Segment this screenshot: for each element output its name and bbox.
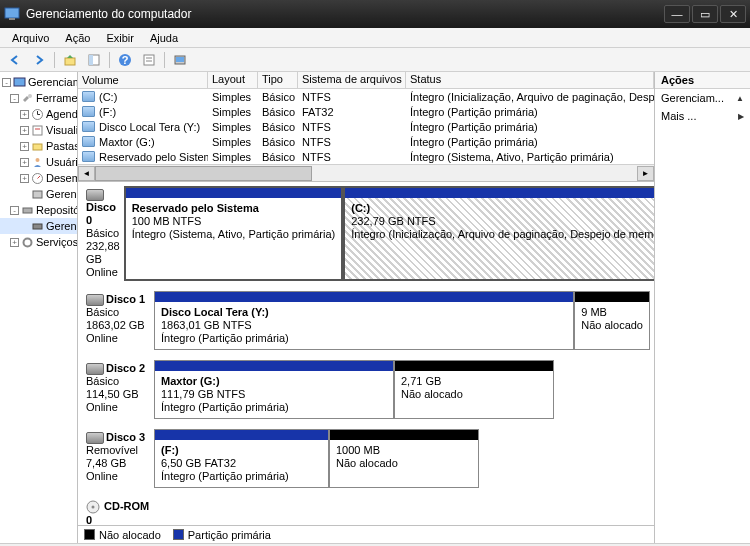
partition-system-reserved[interactable]: Reservado pelo Sistema100 MB NTFSÍntegro… [124,186,344,281]
legend-swatch-primary [173,529,184,540]
disk-icon [86,189,104,201]
chevron-right-icon: ▶ [738,112,744,121]
actions-panel: Ações Gerenciam...▲ Mais ...▶ [655,72,750,543]
volume-row[interactable]: Maxtor (G:)SimplesBásicoNTFSÍntegro (Par… [78,134,654,149]
partition-g[interactable]: Maxtor (G:)111,79 GB NTFSÍntegro (Partiç… [154,360,394,419]
navigation-tree[interactable]: -Gerenciamento -Ferramentas +Agendador +… [0,72,78,543]
col-filesystem[interactable]: Sistema de arquivos [298,72,406,88]
partition-unallocated[interactable]: 9 MBNão alocado [574,291,650,350]
disk-graphical-view[interactable]: Disco 0 Básico 232,88 GB Online Reservad… [78,182,654,525]
disk-row-cdrom[interactable]: CD-ROM 0 DVD (D:) Nenhuma mídia [82,498,650,525]
svg-rect-24 [23,208,32,213]
tree-perf[interactable]: +Desempenho [0,170,77,186]
tree-services[interactable]: +Serviços e [0,234,77,250]
volume-row[interactable]: Disco Local Tera (Y:)SimplesBásicoNTFSÍn… [78,119,654,134]
volume-icon [82,106,95,117]
toolbar: ? [0,48,750,72]
col-type[interactable]: Tipo [258,72,298,88]
menu-help[interactable]: Ajuda [142,30,186,46]
svg-rect-7 [144,55,154,65]
svg-rect-19 [33,144,42,150]
maximize-button[interactable]: ▭ [692,5,718,23]
tree-users[interactable]: +Usuários [0,154,77,170]
svg-text:?: ? [122,54,129,66]
volume-row[interactable]: Reservado pelo SistemaSimplesBásicoNTFSÍ… [78,149,654,164]
disk-icon [86,294,104,306]
disk-info: Disco 1 Básico 1863,02 GB Online [82,291,154,350]
scroll-left-button[interactable]: ◄ [78,166,95,181]
disk-info: Disco 3 Removível 7,48 GB Online [82,429,154,488]
tree-storage[interactable]: -Repositório [0,202,77,218]
menu-bar: Arquivo Ação Exibir Ajuda [0,28,750,48]
volume-row[interactable]: (F:)SimplesBásicoFAT32Íntegro (Partição … [78,104,654,119]
partition-y[interactable]: Disco Local Tera (Y:)1863,01 GB NTFSÍnte… [154,291,574,350]
legend: Não alocado Partição primária [78,525,654,543]
svg-rect-1 [9,18,15,20]
tree-eventviewer[interactable]: +Visualizador [0,122,77,138]
actions-item-more[interactable]: Mais ...▶ [655,107,750,125]
tree-diskmgmt[interactable]: Gerenciamento [0,218,77,234]
partition-unallocated[interactable]: 1000 MBNão alocado [329,429,479,488]
window-titlebar: Gerenciamento do computador — ▭ ✕ [0,0,750,28]
svg-point-28 [92,506,95,509]
volume-row[interactable]: (C:)SimplesBásicoNTFSÍntegro (Inicializa… [78,89,654,104]
col-status[interactable]: Status [406,72,654,88]
legend-primary: Partição primária [188,529,271,541]
svg-point-26 [24,238,32,246]
close-button[interactable]: ✕ [720,5,746,23]
col-layout[interactable]: Layout [208,72,258,88]
svg-rect-23 [33,191,42,198]
disk-row-3[interactable]: Disco 3 Removível 7,48 GB Online (F:)6,5… [82,429,650,488]
legend-swatch-unallocated [84,529,95,540]
window-title: Gerenciamento do computador [26,7,662,21]
disk-info: Disco 2 Básico 114,50 GB Online [82,360,154,419]
svg-rect-2 [65,58,75,65]
scroll-thumb[interactable] [95,166,312,181]
disk-info: CD-ROM 0 DVD (D:) Nenhuma mídia [82,498,154,525]
tree-tools[interactable]: -Ferramentas [0,90,77,106]
svg-rect-11 [176,57,184,62]
volume-icon [82,136,95,147]
show-hide-button[interactable] [83,50,105,70]
tree-root[interactable]: -Gerenciamento [0,74,77,90]
disk-icon [86,363,104,375]
properties-button[interactable] [138,50,160,70]
help-button[interactable]: ? [114,50,136,70]
volume-list-header[interactable]: Volume Layout Tipo Sistema de arquivos S… [78,72,654,89]
app-icon [4,6,20,22]
actions-item-manage[interactable]: Gerenciam...▲ [655,89,750,107]
cdrom-icon [86,500,104,514]
svg-rect-0 [5,8,19,18]
scroll-right-button[interactable]: ► [637,166,654,181]
list-scrollbar[interactable]: ◄ ► [78,164,654,181]
menu-view[interactable]: Exibir [98,30,142,46]
refresh-button[interactable] [169,50,191,70]
col-volume[interactable]: Volume [78,72,208,88]
partition-unallocated[interactable]: 2,71 GBNão alocado [394,360,554,419]
forward-button[interactable] [28,50,50,70]
partition-f[interactable]: (F:)6,50 GB FAT32Íntegro (Partição primá… [154,429,329,488]
svg-point-13 [28,94,32,98]
disk-row-0[interactable]: Disco 0 Básico 232,88 GB Online Reservad… [82,186,650,281]
svg-point-20 [36,158,40,162]
tree-scheduler[interactable]: +Agendador [0,106,77,122]
volume-icon [82,121,95,132]
volume-icon [82,91,95,102]
disk-row-2[interactable]: Disco 2 Básico 114,50 GB Online Maxtor (… [82,360,650,419]
menu-action[interactable]: Ação [57,30,98,46]
tree-devmgr[interactable]: Gerenciador [0,186,77,202]
tree-shared[interactable]: +Pastas [0,138,77,154]
volume-icon [82,151,95,162]
up-button[interactable] [59,50,81,70]
chevron-up-icon: ▲ [736,94,744,103]
legend-unallocated: Não alocado [99,529,161,541]
svg-rect-25 [33,224,42,229]
minimize-button[interactable]: — [664,5,690,23]
actions-header: Ações [655,72,750,89]
disk-row-1[interactable]: Disco 1 Básico 1863,02 GB Online Disco L… [82,291,650,350]
back-button[interactable] [4,50,26,70]
partition-c[interactable]: (C:)232,79 GB NTFSÍntegro (Inicialização… [343,186,654,281]
svg-rect-12 [14,78,25,86]
menu-file[interactable]: Arquivo [4,30,57,46]
volume-list[interactable]: Volume Layout Tipo Sistema de arquivos S… [78,72,654,182]
